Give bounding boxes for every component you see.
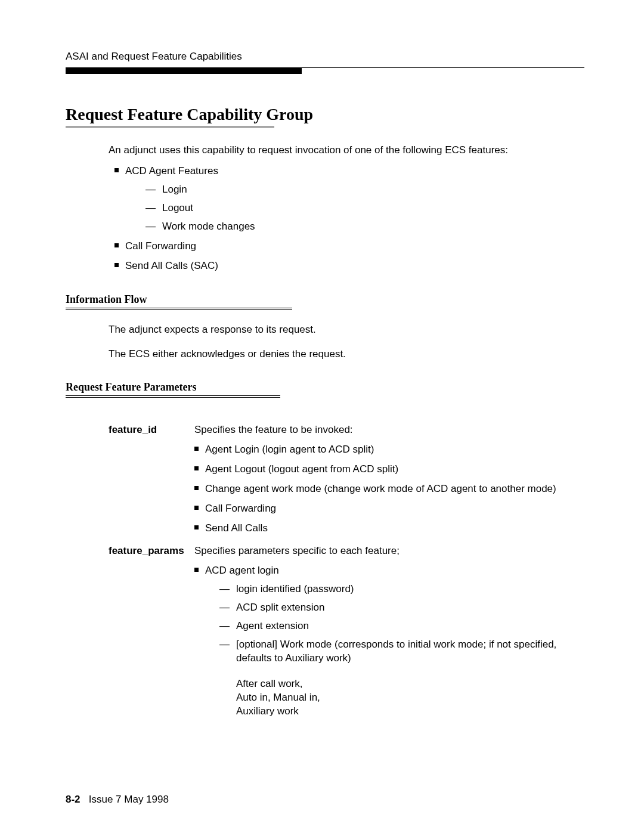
param-body: Specifies the feature to be invoked: Age… bbox=[194, 424, 584, 541]
section-heading-parameters: Request Feature Parameters bbox=[66, 381, 584, 394]
list-item: Work mode changes bbox=[145, 220, 578, 234]
list-item: Call Forwarding bbox=[109, 240, 578, 253]
param-row-feature-id: feature_id Specifies the feature to be i… bbox=[109, 424, 584, 541]
list-item: [optional] Work mode (corresponds to ini… bbox=[219, 638, 584, 665]
param-row-feature-params: feature_params Specifies parameters spec… bbox=[109, 545, 584, 724]
list-item: login identified (password) bbox=[219, 583, 584, 596]
title-underline bbox=[66, 126, 274, 128]
feature-list: ACD Agent Features Login Logout Work mod… bbox=[109, 165, 578, 273]
list-item: Send All Calls (SAC) bbox=[109, 259, 578, 273]
list-item: ACD Agent Features Login Logout Work mod… bbox=[109, 165, 578, 234]
list-item: Agent Logout (logout agent from ACD spli… bbox=[191, 463, 584, 476]
list-item: Send All Calls bbox=[191, 522, 584, 535]
list-item: Logout bbox=[145, 202, 578, 215]
page-title: Request Feature Capability Group bbox=[66, 105, 584, 124]
intro-paragraph: An adjunct uses this capability to reque… bbox=[109, 144, 578, 157]
page-number: 8-2 bbox=[66, 794, 80, 805]
list-item: Agent extension bbox=[219, 620, 584, 633]
info-flow-p2: The ECS either acknowledges or denies th… bbox=[109, 348, 578, 361]
param-body: Specifies parameters specific to each fe… bbox=[194, 545, 584, 724]
work-mode-line: Auxiliary work bbox=[236, 705, 584, 719]
header-bar bbox=[66, 68, 302, 74]
list-item: Change agent work mode (change work mode… bbox=[191, 482, 584, 496]
list-item-label: ACD Agent Features bbox=[125, 165, 218, 176]
section-underline bbox=[66, 308, 292, 310]
page-footer: 8-2 Issue 7 May 1998 bbox=[66, 794, 169, 806]
param-label: feature_id bbox=[109, 424, 194, 436]
list-item: Login bbox=[145, 183, 578, 197]
work-mode-line: Auto in, Manual in, bbox=[236, 691, 584, 705]
section-heading-information-flow: Information Flow bbox=[66, 293, 584, 306]
list-item: Agent Login (login agent to ACD split) bbox=[191, 443, 584, 457]
info-flow-p1: The adjunct expects a response to its re… bbox=[109, 323, 578, 337]
param-desc: Specifies the feature to be invoked: bbox=[194, 424, 353, 435]
param-label: feature_params bbox=[109, 545, 194, 557]
parameters-table: feature_id Specifies the feature to be i… bbox=[109, 424, 584, 724]
issue-text: Issue 7 May 1998 bbox=[89, 794, 169, 805]
list-item: ACD agent login login identified (passwo… bbox=[191, 564, 584, 718]
work-modes-block: After call work, Auto in, Manual in, Aux… bbox=[236, 677, 584, 719]
running-head: ASAI and Request Feature Capabilities bbox=[66, 51, 584, 63]
section-underline bbox=[66, 395, 280, 398]
param-desc: Specifies parameters specific to each fe… bbox=[194, 545, 400, 556]
work-mode-line: After call work, bbox=[236, 677, 584, 691]
list-item: Call Forwarding bbox=[191, 502, 584, 516]
document-page: ASAI and Request Feature Capabilities Re… bbox=[0, 0, 644, 833]
list-item-label: ACD agent login bbox=[205, 565, 279, 576]
list-item: ACD split extension bbox=[219, 601, 584, 615]
